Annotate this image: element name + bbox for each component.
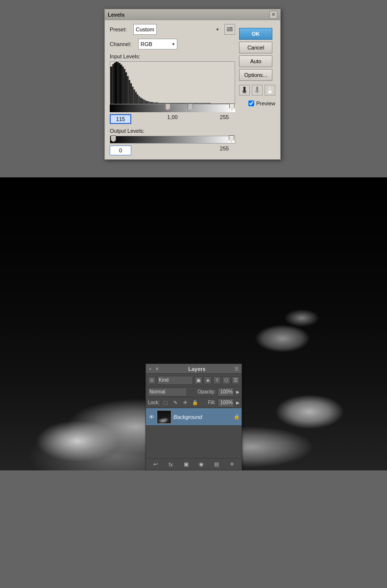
fill-label: Fill: <box>208 400 216 405</box>
lock-paint-button[interactable]: ✎ <box>171 399 179 407</box>
histogram-container <box>110 61 235 104</box>
svg-rect-41 <box>155 102 156 104</box>
svg-rect-4 <box>255 91 259 92</box>
fill-stepper[interactable]: ▶ <box>236 400 240 405</box>
eyedropper-row <box>239 85 275 96</box>
filter-shape-icon[interactable]: ⬡ <box>222 376 230 384</box>
dialog-titlebar: Levels ✕ <box>105 9 280 20</box>
svg-rect-5 <box>256 92 259 93</box>
blend-mode-select[interactable]: Normal <box>148 388 187 396</box>
svg-rect-34 <box>143 99 145 104</box>
options-button[interactable]: Options... <box>239 69 272 81</box>
input-white-slider[interactable] <box>229 103 235 110</box>
input-values-row: 1,00 255 <box>110 114 235 124</box>
layer-visibility-toggle[interactable]: 👁 <box>148 414 155 420</box>
svg-rect-9 <box>227 27 233 28</box>
svg-rect-17 <box>116 62 117 104</box>
svg-rect-43 <box>158 103 160 104</box>
input-slider-track[interactable] <box>110 104 235 112</box>
dialog-close-button[interactable]: ✕ <box>269 11 277 19</box>
layers-close-icon[interactable]: ✕ <box>155 367 159 371</box>
gray-eyedropper-button[interactable] <box>252 85 263 96</box>
layers-filter-toolbar: ⊙ Kind ▣ ◈ T ⬡ ☰ <box>146 374 242 387</box>
layer-lock-icon: 🔒 <box>234 414 240 419</box>
svg-rect-48 <box>172 103 176 104</box>
layers-collapse-icon[interactable]: « <box>149 367 151 371</box>
svg-rect-33 <box>142 98 143 104</box>
opacity-stepper[interactable]: ▶ <box>236 390 240 394</box>
filter-type-icon[interactable]: T <box>213 376 221 384</box>
input-black-value[interactable] <box>110 114 131 124</box>
layers-menu-icon[interactable]: ☰ <box>235 367 239 371</box>
output-white-slider[interactable] <box>229 135 234 142</box>
dialog-right-buttons: OK Cancel Auto Options... <box>239 28 275 106</box>
svg-rect-35 <box>145 100 146 104</box>
lock-transparent-button[interactable]: ⬚ <box>162 399 169 407</box>
preview-checkbox[interactable] <box>248 100 254 106</box>
output-white-value: 255 <box>214 146 235 155</box>
output-slider-track[interactable] <box>110 136 235 144</box>
content-area: Preset: Custom <box>110 24 235 155</box>
add-mask-button[interactable]: ▣ <box>182 460 191 469</box>
filter-pixel-icon[interactable]: ▣ <box>194 376 202 384</box>
svg-rect-18 <box>117 62 119 104</box>
layers-title: Layers <box>188 366 205 372</box>
lock-all-button[interactable]: 🔒 <box>191 399 199 407</box>
bottom-area <box>0 470 387 588</box>
layers-blend-row: Normal Opacity: ▶ <box>146 387 242 397</box>
layers-titlebar: « ✕ Layers ☰ <box>146 364 242 374</box>
preset-label: Preset: <box>110 26 130 32</box>
output-levels-label: Output Levels: <box>110 128 235 134</box>
layers-title-collapse-icons: « ✕ <box>149 367 159 371</box>
add-fx-button[interactable]: fx <box>167 460 175 469</box>
svg-rect-37 <box>148 101 149 104</box>
layer-thumbnail <box>157 410 171 424</box>
output-black-slider[interactable] <box>111 135 116 142</box>
layer-item[interactable]: 👁 Background 🔒 <box>146 408 242 426</box>
svg-rect-24 <box>127 76 128 104</box>
svg-rect-49 <box>176 103 180 104</box>
delete-layer-button[interactable]: ✕ <box>227 460 236 469</box>
svg-rect-20 <box>121 65 122 104</box>
add-group-button[interactable]: ▤ <box>212 460 221 469</box>
preview-label: Preview <box>256 100 275 106</box>
preset-icon-button[interactable] <box>224 24 235 35</box>
input-black-slider[interactable] <box>165 103 170 110</box>
input-mid-value: 1,00 <box>162 114 183 124</box>
opacity-input[interactable] <box>218 388 234 396</box>
svg-rect-40 <box>153 102 154 104</box>
white-eyedropper-button[interactable] <box>265 85 275 96</box>
svg-rect-3 <box>256 87 258 91</box>
auto-button[interactable]: Auto <box>239 55 272 67</box>
svg-rect-25 <box>129 80 130 104</box>
lock-position-button[interactable]: ✛ <box>181 399 189 407</box>
svg-rect-11 <box>227 30 233 31</box>
filter-icon: ⊙ <box>148 376 156 384</box>
svg-rect-27 <box>132 87 133 104</box>
svg-rect-44 <box>161 103 164 104</box>
channel-select[interactable]: RGB Red Green Blue <box>138 39 177 49</box>
svg-rect-1 <box>242 91 246 92</box>
fill-input[interactable] <box>218 398 234 407</box>
filter-smart-icon[interactable]: ☰ <box>232 376 240 384</box>
input-mid-slider[interactable] <box>188 103 193 110</box>
filter-adjust-icon[interactable]: ◈ <box>204 376 212 384</box>
add-adjustment-button[interactable]: ◉ <box>197 460 206 469</box>
input-white-value: 255 <box>214 114 235 124</box>
cancel-button[interactable]: Cancel <box>239 42 272 53</box>
svg-rect-10 <box>227 29 233 30</box>
layer-name: Background <box>173 414 232 420</box>
add-link-button[interactable]: ↩ <box>151 460 160 469</box>
svg-rect-42 <box>156 102 158 104</box>
preset-select[interactable]: Custom <box>133 24 157 35</box>
svg-rect-29 <box>135 92 137 104</box>
channel-row: Channel: RGB Red Green Blue <box>110 39 235 49</box>
black-eyedropper-button[interactable] <box>239 85 250 96</box>
svg-rect-6 <box>269 87 271 91</box>
svg-rect-0 <box>243 87 245 91</box>
output-black-value[interactable] <box>110 146 131 155</box>
svg-rect-12 <box>231 27 232 29</box>
preview-row: Preview <box>239 100 275 106</box>
ok-button[interactable]: OK <box>239 28 272 40</box>
layers-filter-select[interactable]: Kind <box>157 376 193 385</box>
